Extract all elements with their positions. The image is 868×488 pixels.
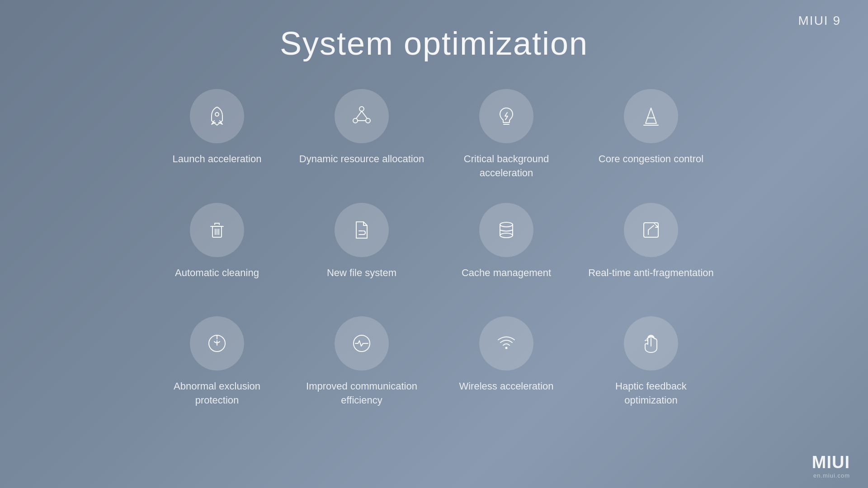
feature-label-abnormal-exclusion-protection: Abnormal exclusion protection xyxy=(154,380,280,408)
feature-label-dynamic-resource-allocation: Dynamic resource allocation xyxy=(299,152,424,166)
feature-item-haptic-feedback-optimization: Haptic feedback optimization xyxy=(579,312,723,412)
lightbulb-bolt-icon-circle xyxy=(479,89,533,143)
feature-label-core-congestion-control: Core congestion control xyxy=(599,152,703,166)
rocket-icon xyxy=(205,104,229,128)
feature-label-cache-management: Cache management xyxy=(462,266,551,280)
feature-item-critical-background-acceleration: Critical background acceleration xyxy=(434,84,579,185)
feature-label-automatic-cleaning: Automatic cleaning xyxy=(175,266,259,280)
feature-item-automatic-cleaning: Automatic cleaning xyxy=(145,198,289,299)
lightbulb-bolt-icon xyxy=(495,104,518,128)
wifi-icon xyxy=(495,332,518,355)
file-icon-circle xyxy=(335,203,389,257)
file-icon xyxy=(350,218,373,242)
feature-item-core-congestion-control: Core congestion control xyxy=(579,84,723,185)
nodes-icon xyxy=(350,104,373,128)
defrag-icon-circle xyxy=(624,203,678,257)
page-title: System optimization xyxy=(0,0,868,62)
feature-item-wireless-acceleration: Wireless acceleration xyxy=(434,312,579,412)
miui-logo-top: MIUI 9 xyxy=(798,14,841,28)
trash-icon-circle xyxy=(190,203,244,257)
hand-touch-icon-circle xyxy=(624,316,678,371)
hand-touch-icon xyxy=(639,332,663,355)
nodes-icon-circle xyxy=(335,89,389,143)
feature-label-haptic-feedback-optimization: Haptic feedback optimization xyxy=(588,380,714,408)
feature-item-realtime-anti-fragmentation: Real-time anti-fragmentation xyxy=(579,198,723,299)
traffic-cone-icon-circle xyxy=(624,89,678,143)
feature-item-improved-communication-efficiency: Improved communication efficiency xyxy=(289,312,434,412)
feature-label-realtime-anti-fragmentation: Real-time anti-fragmentation xyxy=(588,266,714,280)
no-entry-icon-circle xyxy=(190,316,244,371)
defrag-icon xyxy=(639,218,663,242)
feature-label-improved-communication-efficiency: Improved communication efficiency xyxy=(298,380,425,408)
trash-icon xyxy=(205,218,229,242)
wifi-icon-circle xyxy=(479,316,533,371)
heartbeat-icon-circle xyxy=(335,316,389,371)
no-entry-icon xyxy=(205,332,229,355)
feature-item-launch-acceleration: Launch acceleration xyxy=(145,84,289,185)
database-icon xyxy=(495,218,518,242)
feature-item-dynamic-resource-allocation: Dynamic resource allocation xyxy=(289,84,434,185)
rocket-icon-circle xyxy=(190,89,244,143)
feature-item-cache-management: Cache management xyxy=(434,198,579,299)
database-icon-circle xyxy=(479,203,533,257)
features-grid: Launch accelerationDynamic resource allo… xyxy=(145,84,723,412)
feature-item-new-file-system: New file system xyxy=(289,198,434,299)
feature-item-abnormal-exclusion-protection: Abnormal exclusion protection xyxy=(145,312,289,412)
feature-label-launch-acceleration: Launch acceleration xyxy=(173,152,262,166)
heartbeat-icon xyxy=(350,332,373,355)
feature-label-critical-background-acceleration: Critical background acceleration xyxy=(443,152,570,180)
feature-label-wireless-acceleration: Wireless acceleration xyxy=(459,380,553,394)
feature-label-new-file-system: New file system xyxy=(327,266,396,280)
miui-logo-bottom: MIUI en.miui.com xyxy=(812,453,850,479)
traffic-cone-icon xyxy=(639,104,663,128)
